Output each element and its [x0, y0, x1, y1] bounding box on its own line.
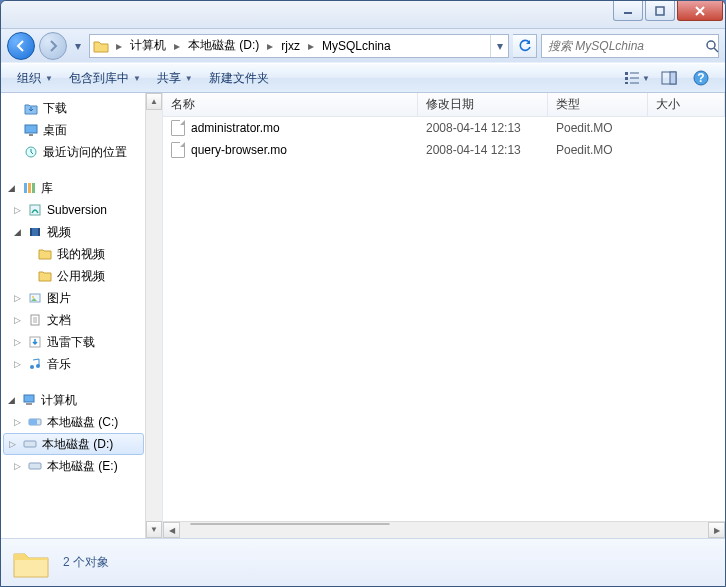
- view-mode-button[interactable]: ▼: [621, 66, 653, 90]
- breadcrumb-seg-rjxz[interactable]: rjxz: [277, 35, 304, 57]
- minimize-button[interactable]: [613, 1, 643, 21]
- column-type[interactable]: 类型: [548, 93, 648, 116]
- subversion-icon: [27, 202, 43, 218]
- preview-pane-button[interactable]: [653, 66, 685, 90]
- include-menu[interactable]: 包含到库中▼: [61, 64, 149, 92]
- organize-label: 组织: [17, 70, 41, 87]
- back-button[interactable]: [7, 32, 35, 60]
- search-box[interactable]: [541, 34, 719, 58]
- triangle-down-icon[interactable]: ◢: [5, 395, 17, 405]
- share-menu[interactable]: 共享▼: [149, 64, 201, 92]
- newfolder-button[interactable]: 新建文件夹: [201, 64, 277, 92]
- tree-node-documents[interactable]: ▷文档: [1, 309, 162, 331]
- tree-node-computer[interactable]: ◢计算机: [1, 389, 162, 411]
- svg-rect-17: [24, 183, 27, 193]
- column-size[interactable]: 大小: [648, 93, 725, 116]
- documents-icon: [27, 312, 43, 328]
- tree-node-desktop[interactable]: 桌面: [1, 119, 162, 141]
- explorer-window: ▾ ▸ 计算机 ▸ 本地磁盘 (D:) ▸ rjxz ▸ MySQLchina …: [0, 0, 726, 587]
- chevron-right-icon[interactable]: ▸: [170, 39, 184, 53]
- triangle-down-icon[interactable]: ◢: [11, 227, 23, 237]
- status-bar: 2 个对象: [1, 538, 725, 586]
- file-row[interactable]: administrator.mo 2008-04-14 12:13 Poedit…: [163, 117, 725, 139]
- tree-node-recent[interactable]: 最近访问的位置: [1, 141, 162, 163]
- node-label: 文档: [47, 312, 71, 329]
- triangle-down-icon[interactable]: ◢: [5, 183, 17, 193]
- scroll-thumb[interactable]: [190, 523, 390, 525]
- node-label: 下载: [43, 100, 67, 117]
- tree-node-public-videos[interactable]: 公用视频: [1, 265, 162, 287]
- breadcrumb[interactable]: ▸ 计算机 ▸ 本地磁盘 (D:) ▸ rjxz ▸ MySQLchina ▾: [89, 34, 509, 58]
- svg-rect-18: [28, 183, 31, 193]
- breadcrumb-seg-mysqlchina[interactable]: MySQLchina: [318, 35, 395, 57]
- file-icon: [171, 120, 185, 136]
- tree-node-libraries[interactable]: ◢库: [1, 177, 162, 199]
- search-icon[interactable]: [705, 35, 719, 57]
- tree-node-xunlei[interactable]: ▷迅雷下载: [1, 331, 162, 353]
- svg-rect-15: [29, 134, 33, 136]
- scroll-track[interactable]: [180, 522, 708, 538]
- triangle-right-icon[interactable]: ▷: [11, 337, 23, 347]
- tree-node-drive-e[interactable]: ▷本地磁盘 (E:): [1, 455, 162, 477]
- tree-node-drive-c[interactable]: ▷本地磁盘 (C:): [1, 411, 162, 433]
- triangle-right-icon[interactable]: ▷: [6, 439, 18, 449]
- triangle-right-icon[interactable]: ▷: [11, 417, 23, 427]
- column-date[interactable]: 修改日期: [418, 93, 548, 116]
- search-input[interactable]: [542, 39, 705, 53]
- help-button[interactable]: ?: [685, 66, 717, 90]
- svg-rect-33: [24, 395, 34, 402]
- svg-rect-4: [625, 72, 628, 75]
- tree-node-subversion[interactable]: ▷Subversion: [1, 199, 162, 221]
- tree-node-music[interactable]: ▷音乐: [1, 353, 162, 375]
- close-button[interactable]: [677, 1, 723, 21]
- file-name: administrator.mo: [191, 121, 280, 135]
- computer-icon: [21, 392, 37, 408]
- node-label: 本地磁盘 (C:): [47, 414, 118, 431]
- forward-button[interactable]: [39, 32, 67, 60]
- triangle-right-icon[interactable]: ▷: [11, 315, 23, 325]
- maximize-button[interactable]: [645, 1, 675, 21]
- folder-icon: [90, 35, 112, 57]
- tree-node-pictures[interactable]: ▷图片: [1, 287, 162, 309]
- tree-node-downloads[interactable]: 下载: [1, 97, 162, 119]
- svg-point-25: [32, 296, 34, 298]
- navigation-tree[interactable]: 下载 桌面 最近访问的位置 ◢库 ▷Subversion ◢视频 我的视频 公用…: [1, 93, 163, 538]
- tree-scrollbar[interactable]: ▲ ▼: [145, 93, 162, 538]
- column-name[interactable]: 名称: [163, 93, 418, 116]
- triangle-right-icon[interactable]: ▷: [11, 205, 23, 215]
- breadcrumb-dropdown[interactable]: ▾: [490, 35, 508, 57]
- scroll-up-icon[interactable]: ▲: [146, 93, 162, 110]
- scroll-down-icon[interactable]: ▼: [146, 521, 162, 538]
- file-type: Poedit.MO: [548, 121, 648, 135]
- share-label: 共享: [157, 70, 181, 87]
- breadcrumb-seg-computer[interactable]: 计算机: [126, 35, 170, 57]
- triangle-right-icon[interactable]: ▷: [11, 293, 23, 303]
- status-count: 2 个对象: [63, 554, 109, 571]
- svg-rect-5: [625, 77, 628, 80]
- svg-point-2: [707, 41, 715, 49]
- scroll-track[interactable]: [146, 110, 162, 521]
- scroll-right-icon[interactable]: ▶: [708, 522, 725, 538]
- nav-history-dropdown[interactable]: ▾: [71, 35, 85, 57]
- node-label: 最近访问的位置: [43, 144, 127, 161]
- titlebar: [1, 1, 725, 29]
- file-row[interactable]: query-browser.mo 2008-04-14 12:13 Poedit…: [163, 139, 725, 161]
- tree-node-my-videos[interactable]: 我的视频: [1, 243, 162, 265]
- node-label: 音乐: [47, 356, 71, 373]
- download-icon: [23, 100, 39, 116]
- folder-icon: [37, 246, 53, 262]
- triangle-right-icon[interactable]: ▷: [11, 461, 23, 471]
- tree-node-videos[interactable]: ◢视频: [1, 221, 162, 243]
- chevron-right-icon[interactable]: ▸: [263, 39, 277, 53]
- triangle-right-icon[interactable]: ▷: [11, 359, 23, 369]
- refresh-button[interactable]: [513, 34, 537, 58]
- horizontal-scrollbar[interactable]: ◀ ▶: [163, 521, 725, 538]
- chevron-right-icon[interactable]: ▸: [112, 39, 126, 53]
- node-label: 本地磁盘 (E:): [47, 458, 118, 475]
- chevron-right-icon[interactable]: ▸: [304, 39, 318, 53]
- scroll-left-icon[interactable]: ◀: [163, 522, 180, 538]
- folder-icon: [37, 268, 53, 284]
- organize-menu[interactable]: 组织▼: [9, 64, 61, 92]
- tree-node-drive-d[interactable]: ▷本地磁盘 (D:): [3, 433, 144, 455]
- breadcrumb-seg-drive-d[interactable]: 本地磁盘 (D:): [184, 35, 263, 57]
